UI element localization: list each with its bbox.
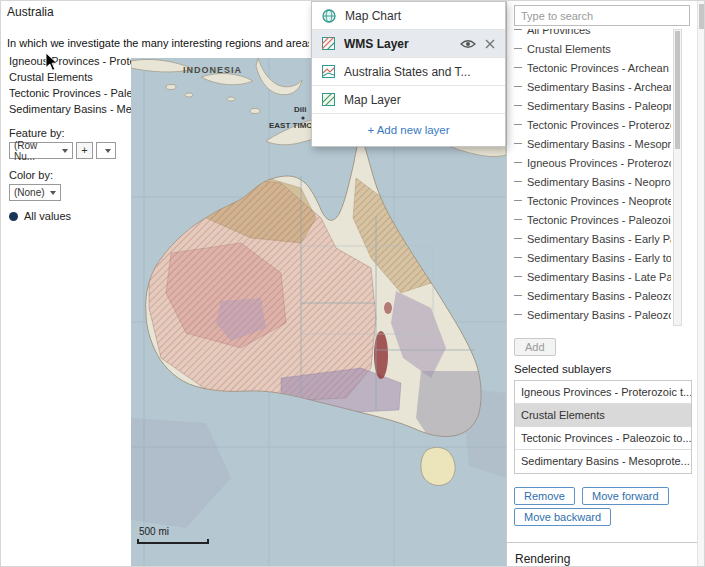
feature-by-section: Feature by: (Row Nu... +: [9, 123, 116, 159]
map-layer-icon: [322, 93, 335, 106]
chevron-down-icon: [105, 149, 111, 153]
page-subtitle: In which we investigate the many interes…: [7, 37, 309, 49]
legend: Igneous Provinces - Proteroz Crustal Ele…: [9, 53, 131, 117]
panel-scrollbar[interactable]: [697, 1, 705, 567]
layer-list-popup: Map Chart WMS Layer: [311, 1, 506, 147]
available-sublayer-item[interactable]: Sedimentary Basins - Archean t...: [514, 77, 671, 96]
feature-by-label: Feature by:: [9, 127, 116, 139]
add-new-layer-button[interactable]: + Add new layer: [312, 114, 505, 146]
tree-connector: [514, 143, 522, 144]
legend-layer-item[interactable]: Crustal Elements: [9, 69, 131, 85]
layer-row-wms-layer[interactable]: WMS Layer: [312, 30, 505, 58]
chevron-down-icon: [50, 191, 56, 195]
feature-by-dropdown[interactable]: (Row Nu...: [9, 142, 73, 159]
map-label-dili: Dili: [294, 105, 306, 114]
available-sublayer-item[interactable]: Sedimentary Basins - Mesoprot...: [514, 134, 671, 153]
wms-settings-panel: All Provinces Crustal Elements Tectonic …: [506, 1, 705, 567]
tree-connector: [514, 105, 522, 106]
layer-label: Map Layer: [344, 93, 495, 107]
available-sublayer-item[interactable]: Sedimentary Basins - Early to L...: [514, 248, 671, 267]
tree-connector: [514, 124, 522, 125]
scale-label: 500 mi: [139, 526, 209, 537]
move-forward-button[interactable]: Move forward: [582, 487, 669, 505]
application-window: Australia In which we investigate the ma…: [0, 0, 705, 567]
wms-layer-icon: [322, 37, 335, 50]
rendering-label: Rendering: [515, 552, 570, 566]
add-sublayer-button[interactable]: Add: [514, 338, 556, 356]
legend-layer-item[interactable]: Tectonic Provinces - Paleoz: [9, 85, 131, 101]
layer-label: Map Chart: [345, 9, 495, 23]
selected-sublayer-item[interactable]: Sedimentary Basins - Mesoprote...: [515, 450, 691, 473]
selected-sublayer-item[interactable]: Crustal Elements: [515, 404, 691, 427]
tree-connector: [514, 67, 522, 68]
tree-connector: [514, 276, 522, 277]
layer-label: WMS Layer: [344, 37, 454, 51]
states-layer-icon: [322, 65, 335, 78]
layer-row-australia-states[interactable]: Australia States and T...: [312, 58, 505, 86]
close-icon[interactable]: [485, 39, 495, 49]
mouse-cursor-icon: [45, 52, 59, 72]
map-scale: 500 mi: [137, 526, 209, 544]
rendering-section-header[interactable]: Rendering: [507, 542, 705, 567]
layer-row-map-chart[interactable]: Map Chart: [312, 2, 505, 30]
feature-by-value: (Row Nu...: [14, 140, 59, 162]
list-scrollbar[interactable]: [673, 29, 682, 326]
all-values-marker-icon: [9, 212, 18, 221]
feature-options-dropdown[interactable]: [96, 142, 116, 159]
remove-button[interactable]: Remove: [514, 487, 575, 505]
legend-layer-item[interactable]: Igneous Provinces - Proteroz: [9, 53, 131, 69]
available-sublayer-item[interactable]: Tectonic Provinces - Archean to...: [514, 58, 671, 77]
tree-connector: [514, 181, 522, 182]
selected-sublayers-label: Selected sublayers: [514, 363, 611, 375]
scale-bar: [137, 539, 209, 544]
scrollbar-thumb[interactable]: [675, 31, 680, 149]
search-input[interactable]: [514, 5, 690, 26]
available-sublayer-item[interactable]: Sedimentary Basins - Early Pal...: [514, 229, 671, 248]
tree-connector: [514, 200, 522, 201]
all-values-label: All values: [24, 210, 71, 222]
available-sublayer-item[interactable]: Sedimentary Basins - Paleozoic...: [514, 305, 671, 324]
chevron-down-icon: [62, 149, 68, 153]
scrollbar-thumb[interactable]: [699, 4, 705, 29]
color-by-label: Color by:: [9, 169, 61, 181]
add-feature-button[interactable]: +: [76, 142, 93, 159]
layer-row-map-layer[interactable]: Map Layer: [312, 86, 505, 114]
available-sublayer-item[interactable]: Crustal Elements: [514, 39, 671, 58]
available-sublayers-list: All Provinces Crustal Elements Tectonic …: [514, 29, 682, 326]
color-by-section: Color by: (None): [9, 165, 61, 201]
tree-connector: [514, 314, 522, 315]
tree-connector: [514, 29, 522, 30]
available-sublayer-item[interactable]: Igneous Provinces - Proterozoi...: [514, 153, 671, 172]
available-sublayer-item[interactable]: Sedimentary Basins - Late Pale...: [514, 267, 671, 286]
selected-sublayers-list: Igneous Provinces - Proterozoic t... Cru…: [514, 380, 692, 474]
tree-connector: [514, 86, 522, 87]
tree-connector: [514, 162, 522, 163]
available-sublayer-item[interactable]: Tectonic Provinces - Paleozoic t...: [514, 210, 671, 229]
available-sublayer-item[interactable]: Sedimentary Basins - Paleoprot...: [514, 96, 671, 115]
color-by-value: (None): [14, 187, 45, 198]
color-by-dropdown[interactable]: (None): [9, 184, 61, 201]
tree-connector: [514, 219, 522, 220]
selected-sublayer-item[interactable]: Tectonic Provinces - Paleozoic to...: [515, 427, 691, 450]
available-sublayer-item[interactable]: Tectonic Provinces - Proterozoic: [514, 115, 671, 134]
selected-sublayer-item[interactable]: Igneous Provinces - Proterozoic t...: [515, 381, 691, 404]
globe-icon: [322, 9, 336, 23]
available-sublayer-item[interactable]: Tectonic Provinces - Neoproter...: [514, 191, 671, 210]
visibility-eye-icon[interactable]: [460, 39, 476, 49]
page-title: Australia: [7, 5, 54, 19]
tree-connector: [514, 295, 522, 296]
tree-connector: [514, 238, 522, 239]
available-sublayer-item[interactable]: Sedimentary Basins - Paleozoic...: [514, 286, 671, 305]
all-values-legend-entry[interactable]: All values: [9, 210, 71, 222]
map-label-indonesia: INDONESIA: [183, 65, 242, 75]
tree-connector: [514, 48, 522, 49]
layer-label: Australia States and T...: [344, 65, 495, 79]
available-sublayer-item[interactable]: All Provinces: [514, 29, 671, 39]
tree-connector: [514, 257, 522, 258]
move-backward-button[interactable]: Move backward: [514, 508, 611, 526]
legend-layer-item[interactable]: Sedimentary Basins - Mesoz: [9, 101, 131, 117]
available-sublayer-item[interactable]: Sedimentary Basins - Neoprote...: [514, 172, 671, 191]
